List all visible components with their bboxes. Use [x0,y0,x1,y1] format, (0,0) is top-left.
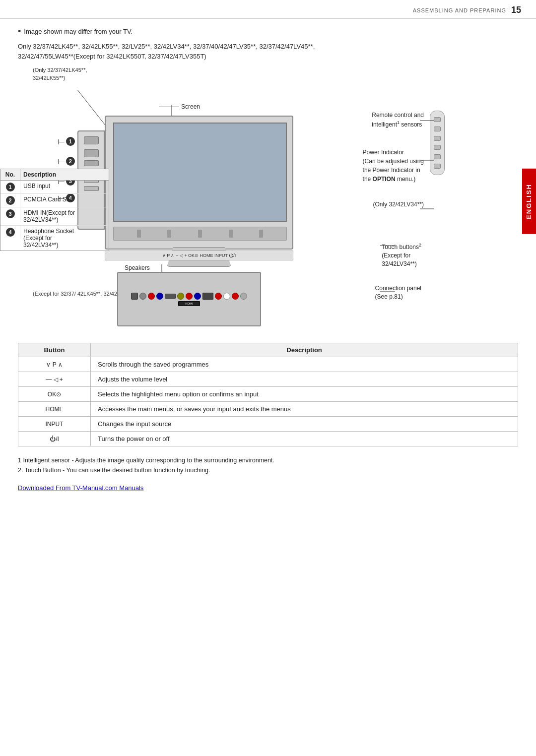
btn-cell: ⏻/I [18,432,91,446]
touch-buttons-label: Touch buttons2 (Except for32/42LV34**) [382,242,421,268]
row-desc: Headphone Socket(Except for32/42LV34**) [20,226,109,251]
touch-buttons-label-text: Touch buttons [382,244,419,251]
number-table-row: 2 PCMCIA Card Slot [0,194,109,207]
connection-panel-label: Connection panel(See p.81) [375,284,421,301]
main-content: • Image shown may differ from your TV. O… [0,19,536,501]
bullet-note: • Image shown may differ from your TV. [18,28,518,36]
only-label: (Only 32/37/42LK45**,32/42LK55**) [33,66,87,82]
header-no: No. [0,169,20,180]
number-table-header: No. Description [0,169,109,181]
desc-cell: Changes the input source [91,417,518,432]
download-link[interactable]: Downloaded From TV-Manual.com Manuals [18,484,518,492]
number-table-row: 4 Headphone Socket(Except for32/42LV34**… [0,226,109,251]
page-header: ASSEMBLING AND PREPARING 15 [0,0,536,19]
row-no: 2 [0,194,20,207]
power-indicator-text: Power Indicator(Can be adjusted usingthe… [363,149,424,183]
footnote: 1 Intelligent sensor - Adjusts the image… [18,455,518,465]
table-row: HOME Accesses the main menus, or saves y… [18,402,518,417]
table-row: ∨ P ∧ Scrolls through the saved programm… [18,357,518,372]
desc-cell: Turns the power on or off [91,432,518,446]
row-no: 4 [0,226,20,239]
english-tab: ENGLISH [522,169,536,234]
number-table-row: 1 USB input [0,181,109,194]
number-table-body: 1 USB input 2 PCMCIA Card Slot 3 HDMI IN… [0,181,109,251]
screen-label-text: Screen [181,103,200,110]
btn-table-header-desc: Description [91,343,518,357]
btn-table-header-button: Button [18,343,91,357]
speakers-label: Speakers [125,264,150,271]
bullet-note-text: Image shown may differ from your TV. [24,28,133,35]
row-desc: USB input [20,181,109,191]
page-number: 15 [511,5,521,15]
desc-cell: Accesses the main menus, or saves your i… [91,402,518,417]
btn-cell: HOME [18,402,91,417]
remote-illustration [430,111,445,175]
power-indicator-label: Power Indicator(Can be adjusted usingthe… [363,148,424,184]
only-lv34-text: (Only 32/42LV34**) [373,201,424,208]
speakers-label-text: Speakers [125,264,150,271]
connection-panel: HDMI [117,272,261,326]
desc-cell: Scrolls through the saved programmes [91,357,518,372]
header-desc: Description [20,169,109,180]
touch-buttons-row: ∨ P ∧ − ◁ + OK⊙ HOME INPUT ⏻/I [105,251,293,260]
remote-label-text: Remote control andintelligent1 sensors [372,112,424,128]
section-title: ASSEMBLING AND PREPARING [413,7,506,13]
only-label-text: (Only 32/37/42LK45**,32/42LK55**) [33,67,87,81]
footnote: 2. Touch Button - You can use the desire… [18,465,518,475]
number-table-row: 3 HDMI IN(Except for32/42LV34**) [0,207,109,226]
table-row: OK⊙ Selects the highlighted menu option … [18,387,518,402]
connection-panel-label-text: Connection panel(See p.81) [375,285,421,300]
model-text-content: Only 32/37/42LK45**, 32/42LK55**, 32/LV2… [18,43,315,60]
footnotes: 1 Intelligent sensor - Adjusts the image… [18,455,518,475]
only-lv34-label: (Only 32/42LV34**) [373,200,424,209]
table-row: — ◁ + Adjusts the volume level [18,372,518,387]
model-text: Only 32/37/42LK45**, 32/42LK55**, 32/LV2… [18,42,518,61]
number-table: No. Description 1 USB input 2 PCMCIA Car… [0,169,109,251]
row-no: 3 [0,207,20,220]
btn-cell: — ◁ + [18,372,91,387]
row-desc: PCMCIA Card Slot [20,194,109,205]
btn-cell: ∨ P ∧ [18,357,91,372]
buttons-table: Button Description ∨ P ∧ Scrolls through… [18,343,518,446]
row-desc: HDMI IN(Except for32/42LV34**) [20,207,109,225]
num-label-1: |— 1 [58,137,75,146]
row-no: 1 [0,181,20,193]
tv-body [105,116,293,250]
table-row: ⏻/I Turns the power on or off [18,432,518,446]
remote-label: Remote control andintelligent1 sensors [372,111,424,129]
btn-cell: OK⊙ [18,387,91,402]
table-row: INPUT Changes the input source [18,417,518,432]
tv-screen [113,123,287,222]
touch-except-text: (Except for32/42LV34**) [382,252,417,267]
touch-buttons-content: ∨ P ∧ − ◁ + OK⊙ HOME INPUT ⏻/I [162,253,236,258]
svg-line-7 [77,90,105,125]
btn-cell: INPUT [18,417,91,432]
touch-sup: 2 [419,243,421,248]
bullet-dot: • [18,27,21,36]
speaker-grille [113,227,287,241]
screen-label: Screen [159,103,200,110]
desc-cell: Adjusts the volume level [91,372,518,387]
desc-cell: Selects the highlighted menu option or c… [91,387,518,402]
num-label-2: |— 2 [58,157,75,166]
